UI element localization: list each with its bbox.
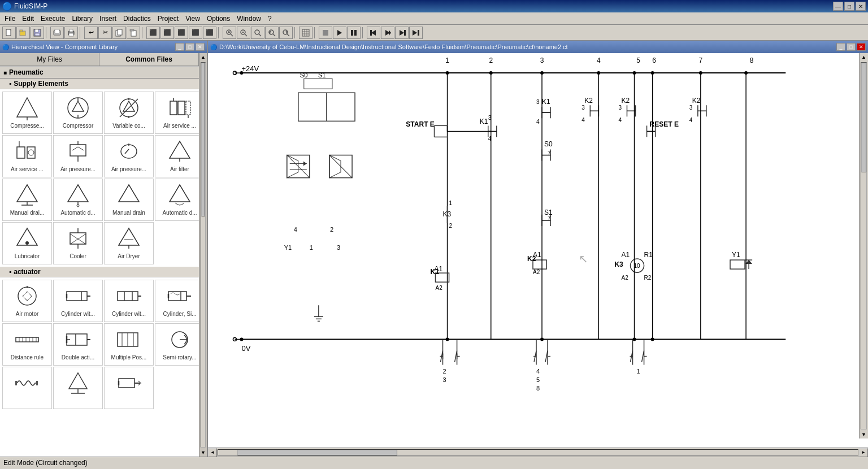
h-scroll-left[interactable]: ◄ — [208, 448, 217, 457]
comp-manual-drain-2[interactable]: Manual drain — [104, 179, 154, 221]
library-close[interactable]: ✕ — [196, 43, 205, 51]
comp-compressor[interactable]: Compressor — [53, 92, 103, 134]
menu-library[interactable]: Library — [68, 14, 96, 24]
circuit-diagram-area[interactable]: ▲ ▼ +24V 0V — [208, 53, 868, 448]
library-maximize[interactable]: □ — [185, 43, 194, 51]
v-scroll-up[interactable]: ▲ — [860, 53, 868, 61]
step-forward-button[interactable] — [381, 27, 394, 39]
lib-scrollbar[interactable]: ▲ ▼ — [199, 53, 207, 457]
align-right-button[interactable]: ⬛ — [175, 27, 188, 39]
zoom-fit-button[interactable] — [251, 27, 264, 39]
v-scroll-thumb[interactable] — [861, 63, 866, 172]
copy-button[interactable] — [112, 27, 126, 39]
cut-button[interactable]: ✂ — [98, 27, 112, 39]
paste-button[interactable] — [127, 27, 140, 39]
svg-point-247 — [540, 71, 544, 75]
svg-point-284 — [446, 337, 449, 341]
print-preview-button[interactable] — [50, 27, 64, 39]
svg-text:A2: A2 — [435, 285, 442, 291]
scroll-down-btn[interactable]: ▼ — [199, 449, 207, 457]
table-button[interactable] — [299, 27, 313, 39]
zoom-prev-button[interactable] — [265, 27, 279, 39]
svg-point-22 — [255, 30, 259, 34]
comp-actuator-9[interactable] — [2, 367, 52, 409]
comp-air-filter[interactable]: Air filter — [155, 135, 205, 177]
stop-button[interactable] — [319, 27, 332, 39]
end-button[interactable] — [409, 27, 423, 39]
tab-my-files[interactable]: My Files — [0, 53, 99, 66]
label-0v: 0V — [241, 344, 250, 353]
comp-cylinder-2[interactable]: Cylinder wit... — [104, 280, 154, 322]
pause-button[interactable] — [347, 27, 361, 39]
play-button[interactable] — [333, 27, 346, 39]
comp-cylinder-si[interactable]: Cylinder, Si... — [155, 280, 205, 322]
svg-rect-9 — [70, 29, 73, 32]
subcat-supply-elements[interactable]: ▪ Supply Elements — [0, 79, 207, 89]
comp-air-pressure-gauge[interactable]: Air pressure... — [104, 135, 154, 177]
comp-automatic-drain-2[interactable]: Automatic d... — [155, 179, 205, 221]
comp-semi-rotary[interactable]: Semi-rotary... — [155, 323, 205, 366]
comp-cooler[interactable]: Cooler — [53, 222, 103, 264]
comp-air-service-1[interactable]: Air service ... — [155, 92, 205, 134]
menu-window[interactable]: Window — [233, 14, 264, 24]
maximize-button[interactable]: □ — [844, 2, 854, 11]
align-center-button[interactable]: ⬛ — [160, 27, 174, 39]
tab-common-files[interactable]: Common Files — [99, 53, 199, 66]
v-scroll-down[interactable]: ▼ — [860, 431, 868, 438]
diagram-minimize[interactable]: _ — [836, 43, 845, 51]
menu-file[interactable]: File — [1, 14, 19, 24]
zoom-out-button[interactable] — [237, 27, 250, 39]
open-button[interactable] — [16, 27, 30, 39]
step-back-button[interactable] — [367, 27, 380, 39]
menu-didactics[interactable]: Didactics — [120, 14, 154, 24]
save-button[interactable] — [31, 27, 44, 39]
diagram-maximize[interactable]: □ — [847, 43, 856, 51]
menu-help[interactable]: ? — [264, 14, 275, 24]
comp-air-pressure-switch[interactable]: Air pressure... — [53, 135, 103, 177]
scroll-up-btn[interactable]: ▲ — [199, 53, 207, 61]
comp-multiple-pos[interactable]: Multiple Pos... — [104, 323, 154, 366]
menu-edit[interactable]: Edit — [19, 14, 37, 24]
menu-options[interactable]: Options — [203, 14, 233, 24]
comp-distance-rule[interactable]: Distance rule — [2, 323, 52, 366]
svg-text:1: 1 — [449, 200, 453, 206]
comp-air-service-2[interactable]: Air service ... — [2, 135, 52, 177]
menu-insert[interactable]: Insert — [96, 14, 120, 24]
comp-manual-drain-1[interactable]: Manual drai... — [2, 179, 52, 221]
comp-lubricator[interactable]: Lubricator — [2, 222, 52, 264]
close-button[interactable]: ✕ — [856, 2, 866, 11]
zoom-in-button[interactable] — [223, 27, 236, 39]
h-scroll-right[interactable]: ► — [859, 448, 868, 457]
menu-execute[interactable]: Execute — [37, 14, 68, 24]
comp-automatic-drain-1[interactable]: Automatic d... — [53, 179, 103, 221]
zoom-next-button[interactable] — [279, 27, 293, 39]
align-left-button[interactable]: ⬛ — [146, 27, 160, 39]
comp-variable-compressor[interactable]: Variable co... — [104, 92, 154, 134]
menu-project[interactable]: Project — [154, 14, 182, 24]
minimize-button[interactable]: — — [833, 2, 843, 11]
comp-cylinder-1[interactable]: Cylinder wit... — [53, 280, 103, 322]
print-button[interactable] — [64, 27, 78, 39]
subcat-actuator[interactable]: ▪ actuator — [0, 267, 207, 277]
cat-pneumatic[interactable]: ■ Pneumatic — [0, 66, 207, 79]
svg-rect-60 — [170, 101, 177, 115]
undo-button[interactable]: ↩ — [84, 27, 98, 39]
comp-actuator-11[interactable] — [104, 367, 154, 409]
comp-double-acti[interactable]: Double acti... — [53, 323, 103, 366]
h-scroll-thumb[interactable] — [237, 450, 397, 455]
new-button[interactable] — [2, 27, 16, 39]
align-top-button[interactable]: ⬛ — [189, 27, 202, 39]
fast-forward-button[interactable] — [395, 27, 409, 39]
comp-actuator-10[interactable] — [53, 367, 103, 409]
comp-air-dryer[interactable]: Air Dryer — [104, 222, 154, 264]
scroll-thumb[interactable] — [201, 63, 205, 216]
comp-air-motor[interactable]: Air motor — [2, 280, 52, 322]
menu-view[interactable]: View — [182, 14, 203, 24]
svg-text:4: 4 — [536, 368, 540, 375]
library-minimize[interactable]: _ — [175, 43, 184, 51]
comp-automatic-drain-1-label: Automatic d... — [60, 210, 95, 216]
v-scrollbar[interactable]: ▲ ▼ — [859, 53, 868, 438]
diagram-close[interactable]: ✕ — [857, 43, 866, 51]
align-bottom-button[interactable]: ⬛ — [203, 27, 216, 39]
comp-compressor-fixed[interactable]: Compresse... — [2, 92, 52, 134]
